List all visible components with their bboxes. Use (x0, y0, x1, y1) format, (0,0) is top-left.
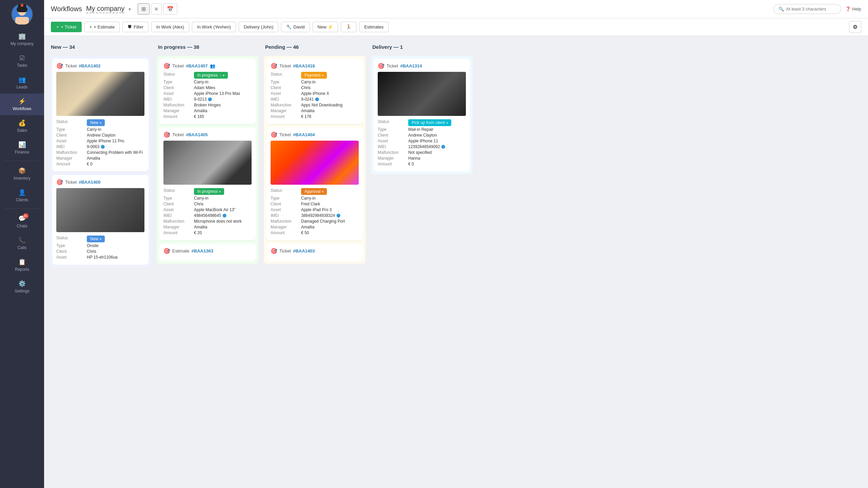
quick-filter-label: In Work (Yevhen) (197, 24, 231, 29)
new-estimate-button[interactable]: + + Estimate (84, 22, 120, 32)
amount-value: € 165 (194, 114, 204, 119)
card-baa1363: 🎯 Estimate #BAA1363 (159, 244, 256, 261)
imei-copy-icon[interactable]: ⬤ (315, 97, 319, 102)
ticket-number-link[interactable]: #BAA1404 (293, 132, 315, 137)
sidebar-item-calls[interactable]: 📞 Calls (0, 232, 44, 254)
imei-copy-icon[interactable]: ⬤ (441, 144, 445, 149)
company-dropdown-arrow[interactable]: ▾ (129, 6, 131, 12)
sidebar-item-reports[interactable]: 📋 Reports (0, 254, 44, 276)
search-input[interactable] (786, 6, 837, 12)
manager-label: Manager (271, 108, 301, 113)
quick-filter-in-work-alex[interactable]: In Work (Alex) (151, 22, 189, 32)
sidebar-item-inventory[interactable]: 📦 Inventory (0, 163, 44, 185)
sidebar-item-workflows[interactable]: ⚡ Workflows (0, 94, 44, 115)
status-value: Approval (304, 189, 320, 194)
filter-button[interactable]: ⛊ Filter (122, 22, 149, 32)
quick-filter-delivery-john[interactable]: Delivery (John) (239, 22, 278, 32)
search-box[interactable]: 🔍 (773, 4, 841, 14)
client-label: Client (163, 202, 194, 206)
sidebar-item-tasks[interactable]: ☑ Tasks (0, 50, 44, 72)
help-button[interactable]: ❓ Help (845, 6, 861, 12)
sidebar-item-chats[interactable]: 💬 9+ Chats (0, 211, 44, 232)
estimate-number-link[interactable]: #BAA1363 (192, 248, 213, 253)
avatar[interactable] (11, 3, 33, 25)
type-label: Type (163, 196, 194, 201)
type-value: Onsite (87, 243, 99, 248)
status-badge[interactable]: New ▾ (87, 236, 105, 242)
status-value: In progress (197, 189, 218, 194)
chevron-down-icon: ▾ (322, 74, 323, 77)
card-title: 🎯 Ticket #BAA1405 (163, 131, 252, 138)
status-badge[interactable]: In progress ↑ ▾ (194, 72, 228, 79)
company-selector[interactable]: My company (86, 5, 124, 13)
column-delivery-bg: 🎯 Ticket #BAA1314 Status Pick up from cl… (371, 56, 473, 174)
card-status-field: Status In progress ↑ ▾ (163, 72, 252, 79)
person-run-icon: 🏃 (346, 24, 351, 29)
sidebar-item-leads[interactable]: 👥 Leads (0, 72, 44, 94)
estimate-icon: 🎯 (163, 248, 170, 254)
type-label: Type (56, 243, 87, 248)
sidebar-item-finance[interactable]: 📊 Finance (0, 137, 44, 159)
sidebar-item-my-company[interactable]: 🏢 My company (0, 28, 44, 50)
card-type-field: Type Carry-in (163, 80, 252, 84)
tasks-icon: ☑ (19, 54, 25, 62)
card-title: 🎯 Ticket #BAA1404 (271, 131, 359, 138)
card-baa1402: 🎯 Ticket #BAA1402 Status New ▾ (52, 59, 149, 171)
card-image (56, 72, 144, 116)
column-pending-cards: 🎯 Ticket #BAA1418 Status Payment ▾ (267, 59, 363, 261)
ticket-number-link[interactable]: #BAA1314 (400, 63, 422, 68)
settings-icon: ⚙️ (18, 280, 26, 287)
table-view-button[interactable]: ≡ (151, 3, 161, 15)
ticket-icon: 🎯 (271, 131, 277, 138)
ticket-number-link[interactable]: #BAA1407 (186, 63, 208, 68)
ticket-number-link[interactable]: #BAA1405 (186, 132, 208, 137)
card-malfunction-field: Malfunction Apps Not Downloading (271, 103, 359, 107)
ticket-number-link[interactable]: #BAA1418 (293, 63, 315, 68)
card-malfunction-field: Malfunction Connecting Problem with Wi-F… (56, 150, 144, 155)
quick-filter-person[interactable]: 🏃 (341, 22, 356, 32)
calendar-view-button[interactable]: 📅 (163, 3, 177, 15)
status-label: Status (56, 119, 87, 126)
ticket-number-link[interactable]: #BAA1400 (79, 180, 100, 185)
imei-copy-icon[interactable]: ⬤ (336, 213, 340, 218)
status-badge[interactable]: In progress ▾ (194, 188, 224, 195)
card-status-field: Status New ▾ (56, 236, 144, 242)
sidebar-item-label: Calls (18, 245, 27, 250)
malfunction-value: Not specified (408, 150, 432, 155)
client-label: Client (56, 249, 87, 254)
imei-copy-icon[interactable]: ⬤ (101, 144, 105, 149)
quick-filter-estimates[interactable]: Estimates (359, 22, 389, 32)
ticket-icon: 🎯 (163, 131, 170, 138)
card-malfunction-field: Malfunction Damaged Charging Port (271, 219, 359, 224)
imei-copy-icon[interactable]: ⬤ (208, 97, 212, 102)
ticket-number-link[interactable]: #BAA1402 (79, 63, 100, 68)
column-inprogress-bg: 🎯 Ticket #BAA1407 👥 Status In progress ↑… (157, 56, 258, 264)
sidebar-item-clients[interactable]: 👤 Clients (0, 185, 44, 206)
quick-filter-new[interactable]: New ⚡ (313, 22, 338, 32)
ticket-number-link[interactable]: #BAA1403 (293, 248, 315, 253)
kanban-view-button[interactable]: ⊞ (138, 3, 150, 15)
status-badge[interactable]: Approval ▾ (301, 188, 327, 195)
status-label: Status (56, 236, 87, 242)
chevron-down-icon: ▾ (322, 190, 323, 194)
column-new-bg: 🎯 Ticket #BAA1402 Status New ▾ (50, 56, 151, 267)
type-label: Type (271, 196, 301, 201)
client-value: Andrew Clayton (87, 133, 116, 138)
board-settings-button[interactable]: ⚙ (849, 21, 861, 33)
client-value: Chris (194, 202, 203, 206)
card-asset-field: Asset Apple iPhone X (271, 91, 359, 96)
new-ticket-button[interactable]: + + Ticket (51, 22, 82, 32)
finance-icon: 📊 (18, 141, 26, 148)
card-status-field: Status New ▾ (56, 119, 144, 126)
imei-copy-icon[interactable]: ⬤ (222, 213, 226, 218)
status-badge[interactable]: Payment ▾ (301, 72, 327, 79)
quick-filter-david[interactable]: 🔧 David (281, 22, 310, 32)
card-type-field: Type Mail-in Repair (378, 127, 466, 132)
status-badge[interactable]: Pick up from client ▾ (408, 119, 451, 126)
status-badge[interactable]: New ▾ (87, 119, 105, 126)
quick-filter-label: New ⚡ (318, 24, 333, 29)
sidebar-item-sales[interactable]: 💰 Sales (0, 115, 44, 137)
sidebar-item-settings[interactable]: ⚙️ Settings (0, 276, 44, 298)
page-title: Workflows (51, 5, 82, 13)
quick-filter-in-work-yevhen[interactable]: In Work (Yevhen) (192, 22, 236, 32)
